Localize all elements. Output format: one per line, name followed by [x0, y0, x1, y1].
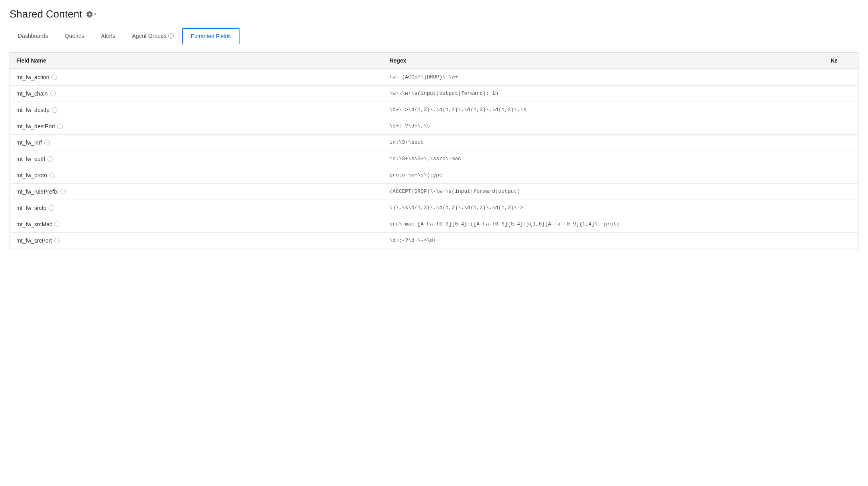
field-name-text: mt_fw_proto [16, 172, 47, 178]
table-row: mt_fw_srcIp \)\,\s\d{1,3}\.\d{1,3}\.\d{1… [10, 200, 858, 216]
column-header-ke: Ke [824, 53, 858, 69]
ke-cell [824, 135, 858, 151]
field-name-text: mt_fw_srcPort [16, 237, 52, 244]
regex-cell: \w+-\w+\s(input|output|forward): in [383, 86, 824, 102]
ke-cell [824, 151, 858, 167]
page-header: Shared Content ▾ [10, 8, 858, 20]
ke-cell [824, 69, 858, 86]
field-name-text: mt_fw_chain [16, 90, 48, 97]
tab-agent-groups[interactable]: Agent Groups i [124, 28, 182, 44]
field-name-cell: mt_fw_destIp [10, 102, 383, 118]
regex-cell: in:\S+\sout [383, 135, 824, 151]
field-name-text: mt_fw_inIf [16, 139, 42, 146]
tab-extracted-fields[interactable]: Extracted Fields [182, 28, 240, 44]
field-info-icon[interactable] [52, 107, 57, 113]
field-name-text: mt_fw_destPort [16, 123, 55, 129]
ke-cell [824, 216, 858, 233]
table-row: mt_fw_rulePrefix (ACCEPT|DROP)\-\w+\s(in… [10, 184, 858, 200]
table-row: mt_fw_action fw: (ACCEPT|DROP)\-\w+ [10, 69, 858, 86]
tab-dashboards-label: Dashboards [18, 33, 48, 39]
table-row: mt_fw_outIf in:\S+\s\S+\,\ssrc\-mac [10, 151, 858, 167]
field-name-cell: mt_fw_destPort [10, 118, 383, 135]
field-info-icon[interactable] [51, 74, 57, 80]
table-header-row: Field Name Regex Ke [10, 53, 858, 69]
tab-queries-label: Queries [65, 33, 84, 39]
field-name-text: mt_fw_rulePrefix [16, 188, 58, 195]
column-header-field-name: Field Name [10, 53, 383, 69]
field-name-text: mt_fw_srcIp [16, 205, 46, 211]
table-row: mt_fw_chain \w+-\w+\s(input|output|forwa… [10, 86, 858, 102]
ke-cell [824, 167, 858, 184]
field-info-icon[interactable] [49, 205, 54, 211]
field-info-icon[interactable] [57, 123, 63, 129]
table-row: mt_fw_destPort \d+:-?\d+\,\s [10, 118, 858, 135]
tab-queries[interactable]: Queries [57, 28, 93, 44]
tab-agent-groups-label: Agent Groups [132, 33, 166, 39]
field-name-cell: mt_fw_srcMac [10, 216, 383, 233]
table-row: mt_fw_inIf in:\S+\sout [10, 135, 858, 151]
gear-icon [86, 11, 93, 18]
table-row: mt_fw_srcMac src\-mac [A-Fa-f0-9]{0,4}:(… [10, 216, 858, 233]
field-name-text: mt_fw_destIp [16, 107, 49, 113]
extracted-fields-table-container: Field Name Regex Ke mt_fw_action fw: (AC… [10, 52, 858, 249]
field-info-icon[interactable] [55, 221, 60, 227]
field-name-text: mt_fw_outIf [16, 156, 45, 162]
field-info-icon[interactable] [49, 172, 55, 178]
field-name-cell: mt_fw_proto [10, 167, 383, 184]
field-name-cell: mt_fw_rulePrefix [10, 184, 383, 200]
regex-cell: \d+:-?\d+\->\d+ [383, 233, 824, 249]
field-name-text: mt_fw_action [16, 74, 49, 80]
extracted-fields-table: Field Name Regex Ke mt_fw_action fw: (AC… [10, 53, 858, 249]
regex-cell: (ACCEPT|DROP)\-\w+\s(input|forward|outpu… [383, 184, 824, 200]
tab-extracted-fields-label: Extracted Fields [191, 33, 231, 39]
ke-cell [824, 102, 858, 118]
field-name-cell: mt_fw_inIf [10, 135, 383, 151]
tab-alerts-label: Alerts [101, 33, 116, 39]
ke-cell [824, 200, 858, 216]
regex-cell: proto \w+\s\(type [383, 167, 824, 184]
page-title: Shared Content [10, 8, 82, 20]
regex-cell: \d+\->\d{1,3}\.\d{1,3}\.\d{1,3}\.\d{1,3}… [383, 102, 824, 118]
column-header-regex: Regex [383, 53, 824, 69]
tabs-navigation: Dashboards Queries Alerts Agent Groups i… [10, 28, 858, 44]
table-row: mt_fw_srcPort \d+:-?\d+\->\d+ [10, 233, 858, 249]
field-info-icon[interactable] [47, 156, 53, 162]
field-info-icon[interactable] [50, 91, 56, 96]
table-row: mt_fw_destIp \d+\->\d{1,3}\.\d{1,3}\.\d{… [10, 102, 858, 118]
tab-alerts[interactable]: Alerts [93, 28, 124, 44]
field-name-cell: mt_fw_outIf [10, 151, 383, 167]
ke-cell [824, 118, 858, 135]
ke-cell [824, 184, 858, 200]
ke-cell [824, 86, 858, 102]
field-name-cell: mt_fw_srcPort [10, 233, 383, 249]
tab-dashboards[interactable]: Dashboards [10, 28, 57, 44]
regex-cell: src\-mac [A-Fa-f0-9]{0,4}:([A-Fa-f0-9]{0… [383, 216, 824, 233]
field-name-cell: mt_fw_action [10, 69, 383, 86]
info-icon[interactable]: i [168, 33, 174, 39]
field-name-cell: mt_fw_chain [10, 86, 383, 102]
gear-settings-button[interactable]: ▾ [86, 11, 96, 18]
regex-cell: \d+:-?\d+\,\s [383, 118, 824, 135]
field-name-cell: mt_fw_srcIp [10, 200, 383, 216]
chevron-down-icon: ▾ [94, 12, 96, 16]
regex-cell: in:\S+\s\S+\,\ssrc\-mac [383, 151, 824, 167]
regex-cell: fw: (ACCEPT|DROP)\-\w+ [383, 69, 824, 86]
field-info-icon[interactable] [54, 238, 60, 243]
field-info-icon[interactable] [44, 140, 50, 145]
regex-cell: \)\,\s\d{1,3}\.\d{1,3}\.\d{1,3}\.\d{1,3}… [383, 200, 824, 216]
table-row: mt_fw_proto proto \w+\s\(type [10, 167, 858, 184]
field-name-text: mt_fw_srcMac [16, 221, 52, 227]
ke-cell [824, 233, 858, 249]
field-info-icon[interactable] [60, 189, 66, 194]
page-container: Shared Content ▾ Dashboards Queries Aler… [0, 0, 868, 486]
